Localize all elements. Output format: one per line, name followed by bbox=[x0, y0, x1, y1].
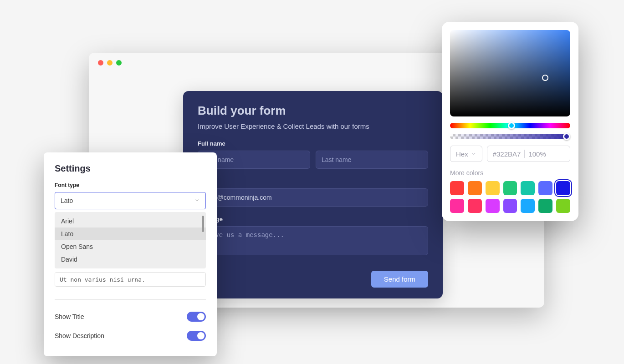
show-description-toggle[interactable] bbox=[187, 331, 206, 341]
font-option[interactable]: Lato bbox=[55, 228, 206, 240]
alpha-slider-thumb[interactable] bbox=[563, 133, 570, 140]
divider bbox=[524, 150, 525, 158]
color-swatch[interactable] bbox=[538, 181, 552, 195]
text-preview[interactable] bbox=[55, 272, 206, 287]
chevron-down-icon bbox=[194, 197, 200, 204]
color-swatch-grid bbox=[450, 181, 570, 213]
hue-slider[interactable] bbox=[450, 123, 570, 128]
hex-value: #322BA7 bbox=[493, 150, 521, 158]
color-swatch[interactable] bbox=[450, 181, 464, 195]
maximize-window-icon[interactable] bbox=[116, 60, 122, 66]
color-swatch[interactable] bbox=[486, 199, 500, 213]
more-colors-label: More colors bbox=[450, 169, 570, 177]
color-format-select[interactable]: Hex bbox=[450, 146, 482, 162]
color-swatch[interactable] bbox=[521, 181, 535, 195]
font-dropdown: Ariel Lato Open Sans David bbox=[55, 212, 206, 268]
minimize-window-icon[interactable] bbox=[107, 60, 113, 66]
form-title: Build your form bbox=[198, 104, 428, 118]
opacity-value: 100% bbox=[528, 150, 546, 158]
color-swatch[interactable] bbox=[468, 199, 482, 213]
settings-title: Settings bbox=[55, 163, 206, 174]
close-window-icon[interactable] bbox=[98, 60, 103, 66]
show-description-label: Show Description bbox=[55, 332, 104, 339]
font-option[interactable]: Ariel bbox=[55, 215, 206, 228]
color-swatch[interactable] bbox=[468, 181, 482, 195]
scrollbar[interactable] bbox=[202, 216, 204, 232]
message-textarea[interactable] bbox=[198, 226, 428, 255]
hue-slider-thumb[interactable] bbox=[508, 122, 515, 129]
color-swatch[interactable] bbox=[521, 199, 535, 213]
send-form-button[interactable]: Send form bbox=[371, 271, 428, 288]
divider bbox=[55, 299, 206, 300]
saturation-lightness-picker[interactable] bbox=[450, 30, 570, 116]
color-swatch[interactable] bbox=[503, 181, 517, 195]
color-swatch[interactable] bbox=[503, 199, 517, 213]
font-select[interactable]: Lato bbox=[55, 192, 206, 209]
message-label: Message bbox=[198, 216, 428, 222]
full-name-label: Full name bbox=[198, 140, 428, 147]
show-title-toggle[interactable] bbox=[187, 312, 206, 322]
color-picker-panel: Hex #322BA7 100% More colors bbox=[442, 22, 578, 221]
chevron-down-icon bbox=[471, 150, 476, 158]
font-type-label: Font type bbox=[55, 182, 206, 188]
form-subtitle: Improve User Experience & Collect Leads … bbox=[198, 122, 428, 130]
alpha-slider[interactable] bbox=[450, 134, 570, 139]
form-builder-preview: Build your form Improve User Experience … bbox=[183, 91, 443, 298]
hex-value-input[interactable]: #322BA7 100% bbox=[487, 146, 570, 162]
settings-panel: Settings Font type Lato Ariel Lato Open … bbox=[44, 152, 217, 356]
font-select-value: Lato bbox=[61, 197, 73, 204]
font-option[interactable]: David bbox=[55, 253, 206, 266]
color-format-value: Hex bbox=[456, 150, 468, 158]
color-swatch[interactable] bbox=[486, 181, 500, 195]
color-swatch[interactable] bbox=[556, 181, 570, 195]
color-swatch[interactable] bbox=[450, 199, 464, 213]
color-swatch[interactable] bbox=[556, 199, 570, 213]
show-title-label: Show Title bbox=[55, 313, 84, 320]
email-input[interactable] bbox=[198, 188, 428, 207]
color-swatch[interactable] bbox=[538, 199, 552, 213]
color-picker-cursor-icon[interactable] bbox=[542, 75, 548, 81]
last-name-input[interactable] bbox=[316, 151, 428, 169]
email-label: Email bbox=[198, 178, 428, 185]
font-option[interactable]: Open Sans bbox=[55, 240, 206, 253]
